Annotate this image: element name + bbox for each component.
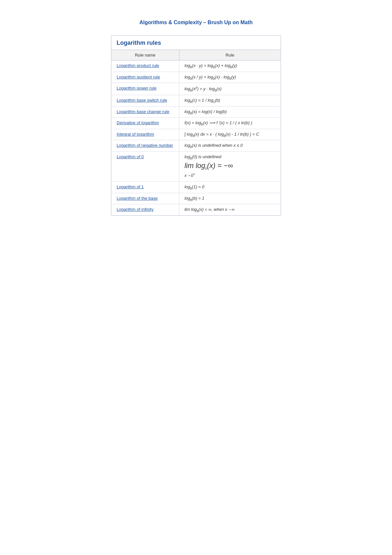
rule-name-cell[interactable]: Logarithm base switch rule: [111, 95, 179, 107]
col-header-name: Rule name: [111, 50, 179, 60]
table-row: Logarithm of 0logb(0) is undefinedlim lo…: [111, 152, 281, 182]
rule-formula-cell: lim logb(x) = ∞, when x→∞: [179, 204, 281, 215]
rule-formula-cell: logb(x / y) = logb(x) - logb(y): [179, 72, 281, 83]
rule-formula-cell: logb(x · y) = logb(x) + logb(y): [179, 60, 281, 72]
table-row: Logarithm quotient rulelogb(x / y) = log…: [111, 72, 281, 83]
col-header-rule: Rule: [179, 50, 281, 60]
rule-name-cell[interactable]: Integral of logarithm: [111, 129, 179, 140]
rule-name-cell[interactable]: Logarithm of the base: [111, 193, 179, 204]
rule-formula-cell: logb(xy) = y · logb(x): [179, 83, 281, 95]
table-row: Logarithm product rulelogb(x · y) = logb…: [111, 60, 281, 72]
rule-formula-cell: logb(c) = 1 / logc(b): [179, 95, 281, 107]
rule-formula-cell: logb(1) = 0: [179, 182, 281, 193]
rule-name-cell[interactable]: Derivative of logarithm: [111, 118, 179, 129]
table-section-title: Logarithm rules: [117, 40, 161, 46]
table-row: Derivative of logarithmf(x) = logb(x) ⟹ …: [111, 118, 281, 129]
rules-table: Rule name Rule Logarithm product rulelog…: [111, 50, 281, 215]
rule-name-cell[interactable]: Logarithm quotient rule: [111, 72, 179, 83]
rule-formula-cell: f(x) = logb(x) ⟹ f ′(x) = 1 / ( x ln(b) …: [179, 118, 281, 129]
page-title: Algorithms & Complexity – Brush Up on Ma…: [0, 0, 392, 35]
rule-name-cell[interactable]: Logarithm of 0: [111, 152, 179, 182]
rule-name-cell[interactable]: Logarithm base change rule: [111, 106, 179, 118]
table-section-header: Logarithm rules: [111, 36, 281, 50]
table-header-row: Rule name Rule: [111, 50, 281, 60]
table-row: Logarithm base switch rulelogb(c) = 1 / …: [111, 95, 281, 107]
rule-formula-cell: logb(0) is undefinedlim logb(x) = −∞x→0+: [179, 152, 281, 182]
table-row: Logarithm of the baselogb(b) = 1: [111, 193, 281, 204]
rule-name-cell[interactable]: Logarithm power rule: [111, 83, 179, 95]
rule-name-cell[interactable]: Logarithm of negative number: [111, 140, 179, 152]
table-row: Logarithm base change rulelogb(x) = log(…: [111, 106, 281, 118]
rule-formula-cell: logb(x) = log(x) / log(b): [179, 106, 281, 118]
table-row: Logarithm power rulelogb(xy) = y · logb(…: [111, 83, 281, 95]
table-row: Integral of logarithm∫ logb(x) dx = x · …: [111, 129, 281, 140]
rule-formula-cell: logb(x) is undefined when x ≤ 0: [179, 140, 281, 152]
table-row: Logarithm of negative numberlogb(x) is u…: [111, 140, 281, 152]
rule-name-cell[interactable]: Logarithm of 1: [111, 182, 179, 193]
table-row: Logarithm of 1logb(1) = 0: [111, 182, 281, 193]
table-row: Logarithm of infinitylim logb(x) = ∞, wh…: [111, 204, 281, 215]
logarithm-rules-table: Logarithm rules Rule name Rule Logarithm…: [111, 35, 281, 216]
rule-formula-cell: ∫ logb(x) dx = x · ( logb(x) - 1 / ln(b)…: [179, 129, 281, 140]
rule-name-cell[interactable]: Logarithm product rule: [111, 60, 179, 72]
rule-name-cell[interactable]: Logarithm of infinity: [111, 204, 179, 215]
rule-formula-cell: logb(b) = 1: [179, 193, 281, 204]
